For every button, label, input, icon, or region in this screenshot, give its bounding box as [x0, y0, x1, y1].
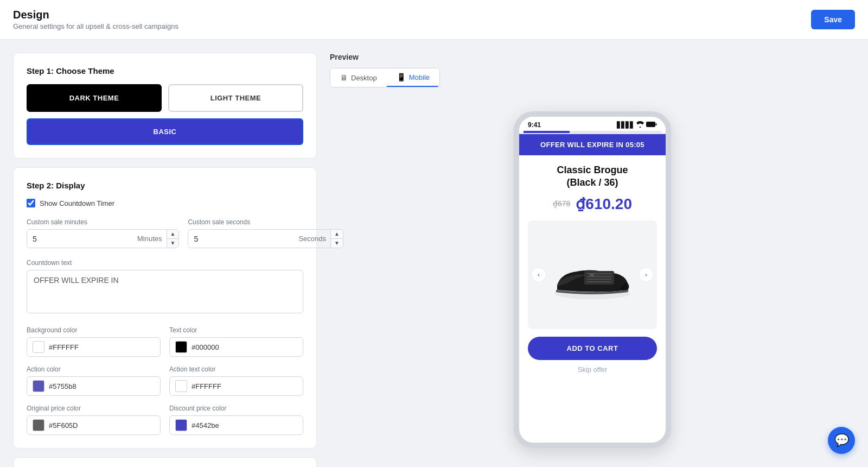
minutes-spinners: ▲ ▼ [167, 230, 179, 248]
text-color-group: Text color [169, 326, 303, 357]
theme-buttons: DARK THEME LIGHT THEME [27, 84, 303, 112]
countdown-text-label: Countdown text [27, 259, 303, 267]
price-row: ₫678 ₫610.20 [528, 195, 657, 213]
minutes-up-button[interactable]: ▲ [167, 230, 179, 239]
action-color-input[interactable] [49, 382, 155, 390]
tab-mobile[interactable]: 📱 Mobile [387, 68, 439, 87]
add-to-cart-button[interactable]: ADD TO CART [528, 337, 657, 360]
svg-rect-3 [584, 271, 614, 285]
phone-frame: 9:41 ▋▋▋▋ [514, 111, 671, 448]
chat-icon: 💬 [834, 433, 849, 447]
time-fields-row: Custom sale minutes Minutes ▲ ▼ Custom s… [27, 218, 303, 248]
custom-css-section: Custom CSS (Developer Zone) [13, 457, 317, 467]
phone-nav-tab-2 [570, 131, 616, 133]
original-price-color-swatch[interactable] [33, 419, 44, 431]
minutes-input-wrapper: Minutes ▲ ▼ [27, 229, 179, 248]
text-color-input-row[interactable] [169, 337, 303, 357]
phone-container: 9:41 ▋▋▋▋ [330, 100, 855, 448]
phone-content: Classic Brogue (Black / 36) ₫678 ₫610.20… [519, 155, 666, 443]
discount-price: ₫610.20 [576, 195, 632, 213]
color-fields-grid: Background color Text color Ac [27, 326, 303, 435]
page-header: Design General settings for all upsell &… [0, 0, 868, 40]
countdown-textarea[interactable]: OFFER WILL EXPIRE IN [27, 270, 303, 313]
action-text-color-label: Action text color [169, 365, 303, 373]
status-icons: ▋▋▋▋ [617, 121, 657, 129]
battery-icon [646, 121, 657, 129]
step1-title: Step 1: Choose Theme [27, 66, 303, 75]
minutes-field-group: Custom sale minutes Minutes ▲ ▼ [27, 218, 179, 248]
original-price-color-input[interactable] [49, 421, 155, 430]
mobile-icon: 📱 [397, 73, 406, 81]
text-color-input[interactable] [192, 343, 297, 351]
original-price: ₫678 [553, 199, 570, 208]
page-title: Design [13, 9, 178, 21]
action-color-label: Action color [27, 365, 161, 373]
phone-status-bar: 9:41 ▋▋▋▋ [519, 117, 666, 131]
bg-color-label: Background color [27, 326, 161, 334]
bg-color-input[interactable] [49, 343, 155, 351]
carousel-arrow-left[interactable]: ‹ [531, 267, 546, 282]
shoe-image [546, 242, 639, 307]
left-panel: Step 1: Choose Theme DARK THEME LIGHT TH… [13, 53, 317, 467]
text-color-label: Text color [169, 326, 303, 334]
show-countdown-label[interactable]: Show Countdown Timer [40, 199, 114, 207]
show-countdown-checkbox[interactable] [27, 199, 35, 207]
text-color-swatch[interactable] [175, 341, 187, 353]
minutes-unit: Minutes [133, 235, 167, 243]
svg-rect-1 [656, 123, 657, 125]
bg-color-input-row[interactable] [27, 337, 161, 357]
save-button[interactable]: Save [811, 10, 855, 29]
light-theme-button[interactable]: LIGHT THEME [168, 84, 303, 112]
phone-nav-tab-1 [524, 131, 570, 133]
original-price-color-group: Original price color [27, 405, 161, 435]
action-text-color-input[interactable] [192, 382, 297, 390]
chat-button[interactable]: 💬 [828, 427, 855, 454]
action-color-input-row[interactable] [27, 376, 161, 396]
bg-color-group: Background color [27, 326, 161, 357]
page-subtitle: General settings for all upsell & cross-… [13, 22, 178, 30]
action-text-color-group: Action text color [169, 365, 303, 396]
tab-mobile-label: Mobile [409, 73, 430, 81]
right-panel: Preview 🖥 Desktop 📱 Mobile 9:41 ▋▋▋▋ [317, 53, 855, 467]
tab-desktop[interactable]: 🖥 Desktop [330, 68, 387, 87]
action-text-color-swatch[interactable] [175, 380, 187, 392]
minutes-label: Custom sale minutes [27, 218, 179, 226]
minutes-input[interactable] [27, 230, 133, 248]
offer-banner: OFFER WILL EXPIRE IN 05:05 [519, 134, 666, 155]
phone-nav-tab-3 [615, 131, 661, 133]
original-price-color-label: Original price color [27, 405, 161, 412]
action-color-group: Action color [27, 365, 161, 396]
original-price-color-input-row[interactable] [27, 415, 161, 435]
product-image-area: ‹ [528, 220, 657, 329]
preview-tabs: 🖥 Desktop 📱 Mobile [330, 68, 440, 87]
discount-price-color-swatch[interactable] [175, 419, 187, 431]
product-title: Classic Brogue (Black / 36) [528, 164, 657, 190]
step1-card: Step 1: Choose Theme DARK THEME LIGHT TH… [13, 53, 317, 159]
action-color-swatch[interactable] [33, 380, 44, 392]
desktop-icon: 🖥 [340, 73, 348, 82]
discount-price-color-input-row[interactable] [169, 415, 303, 435]
signal-icon: ▋▋▋▋ [617, 122, 634, 129]
main-layout: Step 1: Choose Theme DARK THEME LIGHT TH… [0, 40, 868, 467]
wifi-icon [636, 121, 644, 129]
basic-variant-button[interactable]: BASIC [27, 118, 303, 145]
discount-price-color-input[interactable] [192, 421, 297, 430]
bg-color-swatch[interactable] [33, 341, 44, 353]
seconds-input[interactable] [188, 230, 294, 248]
dark-theme-button[interactable]: DARK THEME [27, 84, 162, 112]
discount-price-color-group: Discount price color [169, 405, 303, 435]
carousel-arrow-right[interactable]: › [639, 267, 654, 282]
step2-title: Step 2: Display [27, 181, 303, 190]
minutes-down-button[interactable]: ▼ [167, 239, 179, 248]
show-countdown-row: Show Countdown Timer [27, 199, 303, 207]
discount-price-color-label: Discount price color [169, 405, 303, 412]
phone-time: 9:41 [528, 121, 541, 129]
step2-card: Step 2: Display Show Countdown Timer Cus… [13, 167, 317, 449]
svg-rect-0 [646, 122, 655, 127]
tab-desktop-label: Desktop [351, 74, 377, 82]
action-text-color-input-row[interactable] [169, 376, 303, 396]
skip-offer[interactable]: Skip offer [528, 365, 657, 378]
preview-label: Preview [330, 53, 855, 61]
